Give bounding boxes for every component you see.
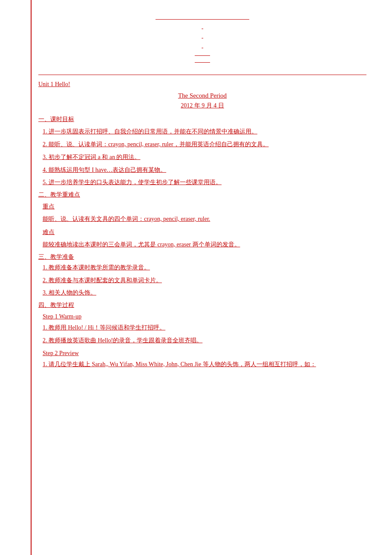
short-line-1 [195, 55, 210, 56]
section1-item-3: 3. 初步了解不定冠词 a 和 an 的用法。 [43, 152, 366, 162]
section1-item-1: 1. 进一步巩固表示打招呼、自我介绍的日常用语，并能在不同的情景中准确运用。 [43, 127, 366, 137]
section1-item-4: 4. 能熟练运用句型 I have…表达自己拥有某物。 [43, 165, 366, 175]
dash-3: - [38, 43, 366, 52]
dash-2: - [38, 33, 366, 43]
section4-title: 四、教学过程 [38, 301, 366, 309]
section1-item-5: 5. 进一步培养学生的口头表达能力，使学生初步了解一些课堂用语。 [43, 177, 366, 188]
step1-item-2: 2. 教师播放英语歌曲 Hello!的录音，学生跟着录音全班齐唱。 [43, 335, 366, 346]
left-border [31, 0, 32, 555]
center-title: The Second Period [38, 92, 366, 99]
section3-item-2: 2. 教师准备与本课时配套的文具和单词卡片。 [43, 275, 366, 286]
step1-item-1: 1. 教师用 Hello! / Hi！等问候语和学生打招呼。 [43, 323, 366, 333]
section1-item-2: 2. 能听、说、认读单词：crayon, pencil, eraser, rul… [43, 139, 366, 150]
section3-item-3: 3. 相关人物的头饰。 [43, 288, 366, 298]
header-dashes: - - - [38, 24, 366, 52]
unit-label: Unit 1 Hello! [38, 81, 366, 88]
nandian-content: 能较准确地读出本课时的三会单词，尤其是 crayon, eraser 两个单词的… [43, 240, 366, 250]
zhongdian-content: 能听、说、认读有关文具的四个单词：crayon, pencil, eraser,… [43, 214, 366, 224]
section3-item-1: 1. 教师准备本课时教学所需的教学录音。 [43, 263, 366, 273]
center-date: 2012 年 9 月 4 日 [38, 102, 366, 110]
zhongdian-title: 重点 [43, 203, 366, 211]
step1-title: Step 1 Warm-up [43, 313, 366, 320]
header-top-line [38, 17, 366, 24]
section1-title: 一、课时目标 [38, 116, 366, 123]
step2-title: Step 2 Preview [43, 350, 366, 357]
step2-item-1: 1. 请几位学生戴上 Sarah,, Wu Yifan, Miss White,… [43, 359, 366, 370]
short-line-2 [195, 62, 210, 63]
nandian-title: 难点 [43, 228, 366, 236]
header-line [156, 19, 249, 20]
header-short-lines [38, 52, 366, 66]
section2-title: 二、教学重难点 [38, 191, 366, 199]
dash-1: - [38, 24, 366, 33]
section3-title: 三、教学准备 [38, 253, 366, 261]
header-section: - - - [38, 17, 366, 66]
page-content: - - - Unit 1 Hello! The Second Period 20… [38, 0, 366, 370]
full-separator [38, 75, 366, 75]
